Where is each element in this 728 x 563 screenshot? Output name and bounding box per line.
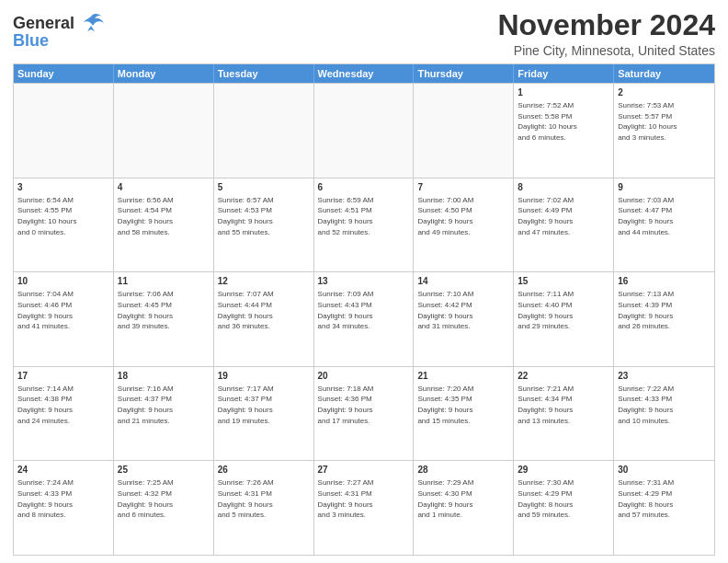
day-number: 13	[318, 275, 410, 288]
cal-cell: 7Sunrise: 7:00 AM Sunset: 4:50 PM Daylig…	[414, 178, 514, 272]
day-info: Sunrise: 7:25 AM Sunset: 4:32 PM Dayligh…	[118, 477, 210, 520]
day-number: 20	[318, 370, 410, 383]
cal-cell	[314, 84, 415, 178]
day-number: 17	[17, 370, 109, 383]
header-day-saturday: Saturday	[614, 64, 714, 83]
day-info: Sunrise: 7:26 AM Sunset: 4:31 PM Dayligh…	[218, 477, 310, 520]
day-number: 3	[17, 181, 109, 194]
day-number: 30	[618, 464, 711, 477]
day-number: 15	[518, 275, 609, 288]
week-row-1: 3Sunrise: 6:54 AM Sunset: 4:55 PM Daylig…	[14, 178, 714, 272]
day-number: 5	[218, 181, 310, 194]
day-info: Sunrise: 7:06 AM Sunset: 4:45 PM Dayligh…	[118, 289, 210, 331]
day-info: Sunrise: 7:00 AM Sunset: 4:50 PM Dayligh…	[417, 195, 509, 237]
cal-cell: 26Sunrise: 7:26 AM Sunset: 4:31 PM Dayli…	[214, 461, 314, 555]
day-number: 16	[618, 275, 711, 288]
day-info: Sunrise: 7:09 AM Sunset: 4:43 PM Dayligh…	[318, 289, 410, 331]
day-info: Sunrise: 7:17 AM Sunset: 4:37 PM Dayligh…	[218, 384, 310, 426]
day-number: 26	[218, 464, 310, 477]
page: General Blue November 2024 Pine City, Mi…	[0, 0, 728, 563]
cal-cell: 29Sunrise: 7:30 AM Sunset: 4:29 PM Dayli…	[514, 461, 614, 555]
logo-bird-icon	[78, 13, 104, 33]
cal-cell: 30Sunrise: 7:31 AM Sunset: 4:29 PM Dayli…	[614, 461, 714, 555]
header-day-thursday: Thursday	[414, 64, 514, 83]
day-number: 10	[17, 275, 109, 288]
cal-cell: 9Sunrise: 7:03 AM Sunset: 4:47 PM Daylig…	[614, 178, 714, 272]
day-info: Sunrise: 7:21 AM Sunset: 4:34 PM Dayligh…	[518, 384, 609, 426]
day-number: 23	[618, 370, 711, 383]
cal-cell: 10Sunrise: 7:04 AM Sunset: 4:46 PM Dayli…	[14, 272, 114, 366]
cal-cell: 17Sunrise: 7:14 AM Sunset: 4:38 PM Dayli…	[14, 367, 114, 461]
day-number: 22	[518, 370, 609, 383]
day-info: Sunrise: 7:02 AM Sunset: 4:49 PM Dayligh…	[518, 195, 609, 237]
day-number: 21	[417, 370, 509, 383]
day-number: 14	[417, 275, 509, 288]
day-info: Sunrise: 7:14 AM Sunset: 4:38 PM Dayligh…	[17, 384, 109, 426]
header-day-monday: Monday	[114, 64, 214, 83]
cal-cell: 21Sunrise: 7:20 AM Sunset: 4:35 PM Dayli…	[414, 367, 514, 461]
cal-cell: 8Sunrise: 7:02 AM Sunset: 4:49 PM Daylig…	[514, 178, 614, 272]
calendar: SundayMondayTuesdayWednesdayThursdayFrid…	[13, 63, 715, 556]
header-day-sunday: Sunday	[14, 64, 114, 83]
calendar-header: SundayMondayTuesdayWednesdayThursdayFrid…	[14, 64, 714, 83]
cal-cell	[414, 84, 514, 178]
day-info: Sunrise: 7:30 AM Sunset: 4:29 PM Dayligh…	[518, 477, 609, 520]
day-info: Sunrise: 7:29 AM Sunset: 4:30 PM Dayligh…	[417, 477, 509, 520]
cal-cell: 4Sunrise: 6:56 AM Sunset: 4:54 PM Daylig…	[114, 178, 214, 272]
day-number: 9	[618, 181, 711, 194]
cal-cell: 24Sunrise: 7:24 AM Sunset: 4:33 PM Dayli…	[14, 461, 114, 555]
day-info: Sunrise: 7:27 AM Sunset: 4:31 PM Dayligh…	[318, 477, 410, 520]
day-info: Sunrise: 7:10 AM Sunset: 4:42 PM Dayligh…	[417, 289, 509, 331]
cal-cell: 3Sunrise: 6:54 AM Sunset: 4:55 PM Daylig…	[14, 178, 114, 272]
cal-cell: 6Sunrise: 6:59 AM Sunset: 4:51 PM Daylig…	[314, 178, 415, 272]
header-day-friday: Friday	[514, 64, 614, 83]
week-row-2: 10Sunrise: 7:04 AM Sunset: 4:46 PM Dayli…	[14, 271, 714, 366]
day-number: 28	[417, 464, 509, 477]
day-info: Sunrise: 7:53 AM Sunset: 5:57 PM Dayligh…	[618, 100, 711, 143]
day-info: Sunrise: 6:59 AM Sunset: 4:51 PM Dayligh…	[318, 195, 410, 237]
day-info: Sunrise: 7:20 AM Sunset: 4:35 PM Dayligh…	[417, 384, 509, 426]
location: Pine City, Minnesota, United States	[497, 43, 715, 58]
cal-cell: 1Sunrise: 7:52 AM Sunset: 5:58 PM Daylig…	[514, 84, 614, 178]
day-info: Sunrise: 7:52 AM Sunset: 5:58 PM Dayligh…	[518, 100, 609, 143]
cal-cell: 23Sunrise: 7:22 AM Sunset: 4:33 PM Dayli…	[614, 367, 714, 461]
cal-cell: 12Sunrise: 7:07 AM Sunset: 4:44 PM Dayli…	[214, 272, 314, 366]
day-number: 12	[218, 275, 310, 288]
day-number: 11	[118, 275, 210, 288]
day-info: Sunrise: 7:31 AM Sunset: 4:29 PM Dayligh…	[618, 477, 711, 520]
day-number: 2	[618, 86, 711, 99]
day-number: 4	[118, 181, 210, 194]
cal-cell: 20Sunrise: 7:18 AM Sunset: 4:36 PM Dayli…	[314, 367, 415, 461]
day-info: Sunrise: 7:22 AM Sunset: 4:33 PM Dayligh…	[618, 384, 711, 426]
cal-cell: 18Sunrise: 7:16 AM Sunset: 4:37 PM Dayli…	[114, 367, 214, 461]
cal-cell: 13Sunrise: 7:09 AM Sunset: 4:43 PM Dayli…	[314, 272, 415, 366]
day-number: 8	[518, 181, 609, 194]
cal-cell: 16Sunrise: 7:13 AM Sunset: 4:39 PM Dayli…	[614, 272, 714, 366]
day-number: 18	[118, 370, 210, 383]
day-info: Sunrise: 7:11 AM Sunset: 4:40 PM Dayligh…	[518, 289, 609, 331]
day-number: 6	[318, 181, 410, 194]
day-number: 25	[118, 464, 210, 477]
header-day-tuesday: Tuesday	[214, 64, 314, 83]
day-number: 27	[318, 464, 410, 477]
week-row-3: 17Sunrise: 7:14 AM Sunset: 4:38 PM Dayli…	[14, 366, 714, 461]
day-info: Sunrise: 7:13 AM Sunset: 4:39 PM Dayligh…	[618, 289, 711, 331]
cal-cell: 5Sunrise: 6:57 AM Sunset: 4:53 PM Daylig…	[214, 178, 314, 272]
day-info: Sunrise: 6:56 AM Sunset: 4:54 PM Dayligh…	[118, 195, 210, 237]
cal-cell	[14, 84, 114, 178]
calendar-body: 1Sunrise: 7:52 AM Sunset: 5:58 PM Daylig…	[14, 83, 714, 555]
cal-cell	[214, 84, 314, 178]
week-row-0: 1Sunrise: 7:52 AM Sunset: 5:58 PM Daylig…	[14, 83, 714, 178]
day-number: 29	[518, 464, 609, 477]
day-number: 24	[17, 464, 109, 477]
header-day-wednesday: Wednesday	[314, 64, 415, 83]
cal-cell: 19Sunrise: 7:17 AM Sunset: 4:37 PM Dayli…	[214, 367, 314, 461]
cal-cell: 2Sunrise: 7:53 AM Sunset: 5:57 PM Daylig…	[614, 84, 714, 178]
day-info: Sunrise: 6:54 AM Sunset: 4:55 PM Dayligh…	[17, 195, 109, 237]
week-row-4: 24Sunrise: 7:24 AM Sunset: 4:33 PM Dayli…	[14, 460, 714, 555]
day-info: Sunrise: 7:16 AM Sunset: 4:37 PM Dayligh…	[118, 384, 210, 426]
day-info: Sunrise: 7:04 AM Sunset: 4:46 PM Dayligh…	[17, 289, 109, 331]
month-title: November 2024	[497, 9, 715, 41]
header: General Blue November 2024 Pine City, Mi…	[13, 9, 715, 58]
cal-cell: 22Sunrise: 7:21 AM Sunset: 4:34 PM Dayli…	[514, 367, 614, 461]
